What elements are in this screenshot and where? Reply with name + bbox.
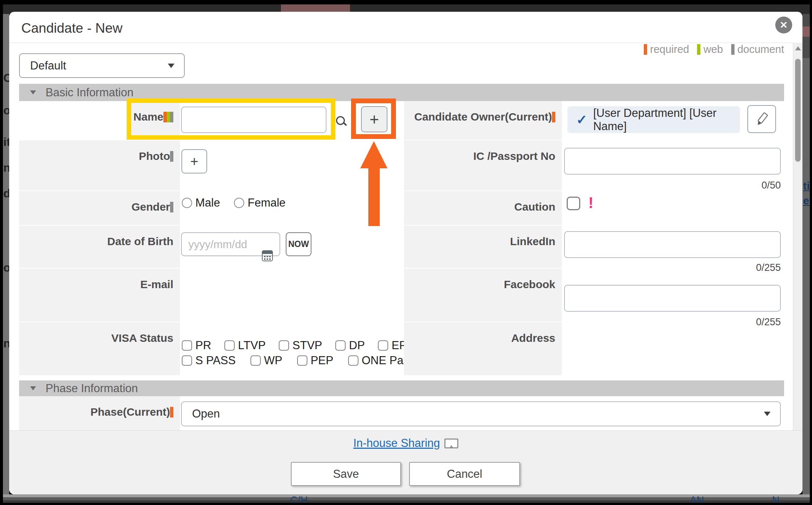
email-label: E-mail [140, 278, 173, 291]
checkbox-icon[interactable] [378, 340, 388, 351]
plus-icon: + [190, 154, 198, 169]
address-label: Address [511, 332, 555, 344]
checkbox-icon[interactable] [182, 340, 192, 351]
visa-options-row1: PR LTVP STVP DP EP [182, 339, 407, 352]
edit-owner-button[interactable] [747, 105, 776, 133]
linkedin-char-counter: 0/255 [756, 262, 781, 273]
background-text-fragment: on [3, 104, 9, 117]
dob-label: Date of Birth [107, 235, 173, 248]
background-text-fragment: C [3, 71, 9, 85]
highlight-yellow-box [127, 99, 335, 140]
photo-label-cell: Photo [19, 140, 180, 190]
background-text-fragment: ns [3, 337, 9, 350]
visa-option[interactable]: STVP [279, 339, 322, 352]
owner-value: [User Department] [User Name] [593, 107, 731, 133]
checkbox-icon[interactable] [297, 355, 307, 366]
radio-icon[interactable] [182, 198, 192, 208]
background-left-edge: C on it nc d or ns [3, 14, 9, 494]
now-button[interactable]: NOW [286, 232, 311, 256]
linkedin-label: LinkedIn [510, 235, 555, 248]
candidate-new-dialog: Candidate - New ✕ required web document … [9, 12, 802, 494]
visa-option[interactable]: EP [378, 339, 407, 352]
checkbox-icon[interactable] [182, 355, 192, 366]
layout-select[interactable]: Default [19, 53, 185, 78]
check-icon: ✓ [576, 112, 587, 128]
checkbox-icon[interactable] [335, 340, 346, 351]
visa-options-row2: S PASS WP PEP ONE Pass [182, 354, 415, 367]
ic-passport-input[interactable] [564, 148, 781, 175]
background-text-fragment: nc [3, 161, 9, 175]
linkedin-input[interactable] [564, 231, 781, 258]
visa-option[interactable]: LTVP [224, 339, 266, 352]
header-divider [9, 43, 802, 43]
add-photo-button[interactable]: + [181, 149, 207, 173]
layout-select-value: Default [20, 59, 168, 72]
facebook-input[interactable] [564, 285, 781, 312]
calendar-icon[interactable] [262, 250, 273, 261]
visa-option[interactable]: PEP [297, 354, 333, 367]
background-link-fragment: C/H [290, 494, 308, 503]
gender-options: Male Female [182, 196, 286, 209]
required-marker-icon [170, 407, 173, 418]
annotation-arrow-shaft [368, 166, 380, 226]
phase-select[interactable]: Open [181, 401, 781, 426]
checkbox-icon[interactable] [224, 340, 235, 351]
gender-option-female[interactable]: Female [234, 196, 285, 209]
share-row: In-house Sharing [9, 437, 802, 450]
background-right-edge: ti es [802, 14, 810, 494]
radio-icon[interactable] [234, 198, 244, 208]
facebook-char-counter: 0/255 [756, 316, 781, 328]
document-marker-icon [170, 202, 173, 212]
ic-label: IC /Passport No [473, 150, 555, 162]
scrollbar-thumb[interactable] [795, 59, 801, 162]
scrollbar[interactable] [793, 43, 802, 441]
gender-label: Gender [131, 201, 170, 213]
caution-checkbox[interactable] [567, 197, 580, 210]
checkbox-icon[interactable] [250, 355, 261, 366]
required-marker-icon [644, 44, 647, 55]
background-text-fragment: it [3, 135, 9, 149]
caution-label: Caution [514, 201, 555, 213]
caution-label-cell: Caution [404, 191, 562, 225]
visa-option[interactable]: PR [182, 339, 211, 352]
address-label-cell: Address [404, 322, 562, 375]
dialog-title: Candidate - New [21, 21, 123, 36]
owner-selected-chip: ✓ [User Department] [User Name] [567, 106, 740, 133]
owner-label: Candidate Owner(Current) [414, 111, 552, 123]
dialog-footer: In-house Sharing Save Cancel [9, 430, 802, 494]
monitor-icon [444, 438, 458, 448]
dob-label-cell: Date of Birth [19, 226, 180, 268]
section-phase-information[interactable]: Phase Information [19, 380, 784, 396]
visa-option[interactable]: S PASS [182, 354, 236, 367]
background-link-fragment: ti [803, 180, 810, 192]
close-button[interactable]: ✕ [775, 17, 792, 33]
email-label-cell: E-mail [19, 269, 180, 322]
background-bottom-edge: C/H AN N [3, 494, 810, 503]
legend-document: document [731, 43, 784, 55]
legend-web: web [697, 43, 723, 55]
checkbox-icon[interactable] [348, 355, 358, 366]
checkbox-icon[interactable] [279, 340, 289, 351]
document-marker-icon [170, 151, 173, 162]
alert-exclamation-icon: ! [588, 194, 593, 212]
in-house-sharing-link[interactable]: In-house Sharing [353, 437, 440, 450]
facebook-label: Facebook [504, 278, 555, 291]
background-text-fragment: d [3, 187, 9, 200]
legend-required: required [644, 43, 689, 55]
chevron-down-icon [168, 64, 174, 68]
cancel-button[interactable]: Cancel [409, 462, 520, 486]
ic-label-cell: IC /Passport No [404, 140, 562, 190]
phase-select-value: Open [182, 407, 764, 420]
visa-option[interactable]: DP [335, 339, 365, 352]
facebook-label-cell: Facebook [404, 269, 562, 322]
ic-char-counter: 0/50 [761, 180, 781, 191]
background-text-fragment: or [3, 261, 9, 275]
search-icon[interactable] [335, 115, 347, 127]
background-link-fragment: es [803, 195, 810, 207]
owner-label-cell: Candidate Owner(Current) [404, 101, 562, 140]
scroll-up-icon[interactable] [795, 46, 801, 50]
visa-option[interactable]: WP [250, 354, 282, 367]
gender-option-male[interactable]: Male [182, 196, 220, 209]
pencil-icon [754, 111, 769, 127]
save-button[interactable]: Save [291, 462, 401, 486]
